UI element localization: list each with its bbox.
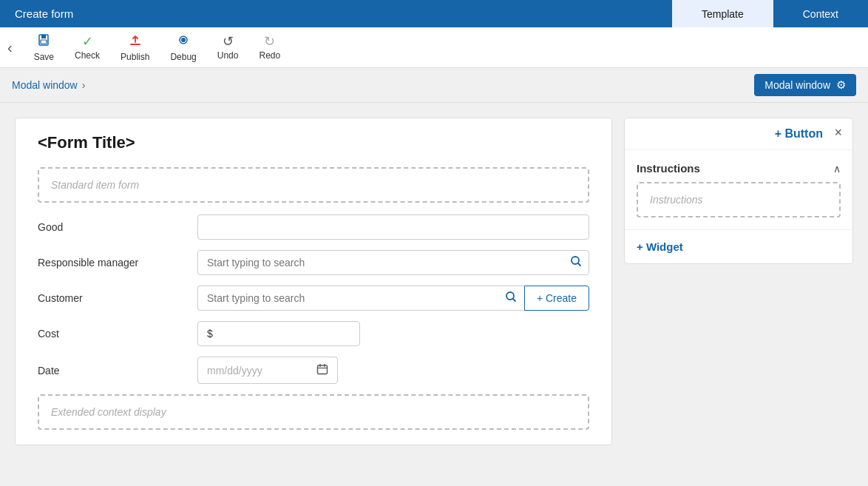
redo-button[interactable]: ↻ Redo (248, 32, 291, 64)
create-customer-label: + Create (537, 292, 577, 304)
modal-window-label: Modal window (764, 79, 830, 91)
date-placeholder: mm/dd/yyyy (207, 365, 311, 377)
check-button[interactable]: ✓ Check (64, 32, 110, 64)
breadcrumb-label: Modal window (12, 79, 78, 91)
form-title: <Form Title> (38, 133, 589, 152)
search-icon-responsible-manager (570, 255, 582, 270)
check-icon: ✓ (82, 35, 93, 48)
search-wrapper-customer (197, 286, 524, 311)
label-good: Good (38, 221, 186, 233)
redo-icon: ↻ (264, 35, 275, 48)
calendar-icon (316, 363, 328, 377)
search-customer: + Create (197, 286, 589, 311)
collapse-instructions-icon[interactable]: ∧ (833, 163, 841, 175)
tab-context[interactable]: Context (773, 0, 868, 27)
search-icon-customer (505, 291, 517, 306)
add-button-button[interactable]: + Button (775, 127, 823, 141)
search-input-customer[interactable] (197, 286, 524, 311)
publish-button[interactable]: Publish (110, 30, 160, 65)
instructions-section: Instructions ∧ Instructions (625, 150, 852, 230)
main-content: <Form Title> Standard item form Good Res… (0, 103, 868, 486)
save-button[interactable]: Save (24, 30, 64, 65)
form-row-responsible-manager: Responsible manager (38, 250, 589, 275)
instructions-title: Instructions (637, 162, 700, 175)
toolbar: ‹ Save ✓ Check Publish (0, 27, 868, 68)
add-button-label: + Button (775, 127, 823, 141)
redo-label: Redo (259, 50, 280, 61)
add-widget-button[interactable]: + Widget (637, 240, 683, 253)
input-good[interactable] (197, 215, 589, 240)
input-cost[interactable] (217, 328, 350, 340)
standard-item-placeholder[interactable]: Standard item form (38, 167, 589, 203)
top-tabs: Template Context (672, 0, 868, 27)
undo-button[interactable]: ↺ Undo (207, 32, 249, 64)
add-widget-row: + Widget (625, 230, 852, 263)
debug-label: Debug (170, 52, 196, 62)
search-input-responsible-manager[interactable] (197, 250, 589, 275)
search-responsible-manager (197, 250, 589, 275)
label-cost: Cost (38, 328, 186, 340)
label-responsible-manager: Responsible manager (38, 257, 186, 269)
publish-label: Publish (121, 52, 149, 62)
debug-button[interactable]: Debug (160, 30, 206, 65)
app-title: Create form (0, 0, 672, 27)
back-button[interactable]: ‹ (7, 39, 20, 56)
debug-icon (176, 33, 191, 50)
form-row-cost: Cost $ (38, 321, 589, 346)
top-bar: Create form Template Context (0, 0, 868, 27)
publish-icon (128, 33, 143, 50)
cost-input-wrapper: $ (197, 321, 360, 346)
date-input-wrapper[interactable]: mm/dd/yyyy (197, 357, 338, 384)
form-row-good: Good (38, 215, 589, 240)
svg-rect-2 (41, 40, 47, 44)
cost-symbol: $ (207, 328, 213, 340)
form-row-customer: Customer + Create (38, 286, 589, 311)
tab-template[interactable]: Template (672, 0, 773, 27)
close-button[interactable]: × (834, 126, 842, 139)
add-button-row: + Button (625, 118, 852, 150)
label-customer: Customer (38, 292, 186, 304)
undo-icon: ↺ (223, 35, 234, 48)
save-label: Save (34, 52, 54, 62)
form-row-date: Date mm/dd/yyyy (38, 357, 589, 384)
form-panel: <Form Title> Standard item form Good Res… (15, 118, 612, 445)
gear-icon: ⚙ (836, 78, 846, 92)
breadcrumb-bar: Modal window › Modal window ⚙ (0, 68, 868, 103)
close-icon: × (834, 125, 842, 140)
svg-rect-8 (318, 365, 328, 374)
save-icon (36, 33, 51, 50)
create-customer-button[interactable]: + Create (524, 286, 589, 311)
breadcrumb-chevron: › (82, 79, 86, 91)
modal-window-button[interactable]: Modal window ⚙ (754, 74, 856, 96)
right-panel: × + Button Instructions ∧ Instructions +… (624, 118, 853, 264)
svg-rect-1 (41, 35, 46, 38)
extended-context-placeholder[interactable]: Extended context display (38, 394, 589, 430)
check-label: Check (75, 50, 100, 61)
breadcrumb[interactable]: Modal window › (12, 79, 85, 91)
add-widget-label: + Widget (637, 240, 683, 253)
undo-label: Undo (217, 50, 239, 61)
instructions-header: Instructions ∧ (637, 162, 841, 175)
instructions-placeholder[interactable]: Instructions (637, 182, 841, 217)
svg-point-5 (181, 38, 186, 42)
label-date: Date (38, 365, 186, 377)
